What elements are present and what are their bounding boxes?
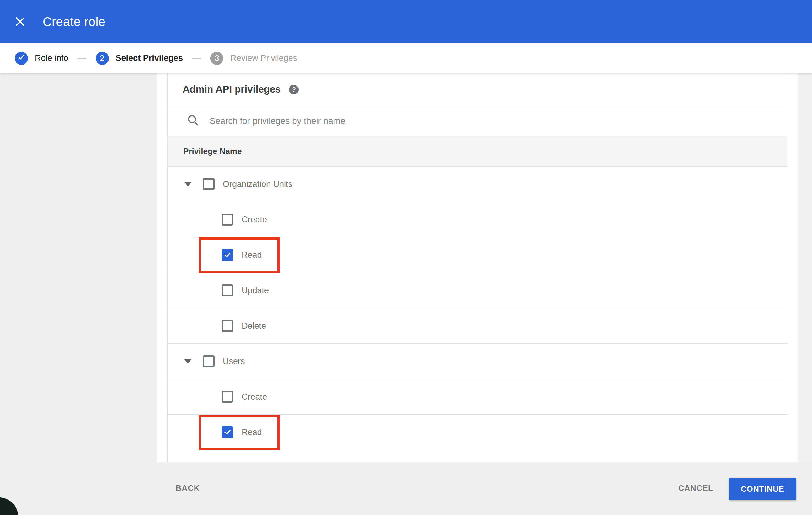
continue-button[interactable]: CONTINUE	[729, 478, 796, 500]
scrollbar-track[interactable]	[798, 73, 812, 462]
table-row-read: Read	[168, 414, 787, 450]
table-row-update: Update	[168, 273, 787, 308]
unchecked-checkbox[interactable]	[222, 391, 233, 403]
unchecked-checkbox[interactable]	[222, 284, 233, 296]
step-select-privileges[interactable]: 2 Select Privileges	[96, 52, 183, 65]
table-row-read: Read	[168, 237, 787, 273]
section-heading: Admin API privileges	[183, 84, 281, 95]
row-label: Read	[241, 427, 262, 437]
back-button[interactable]: BACK	[176, 484, 200, 493]
row-label: Organization Units	[223, 179, 292, 189]
page-title: Create role	[43, 15, 106, 29]
row-label: Create	[241, 215, 267, 224]
step-review-privileges[interactable]: 3 Review Privileges	[210, 52, 297, 65]
row-label: Update	[241, 286, 269, 296]
partial-next-row	[168, 450, 787, 462]
row-label: Read	[241, 250, 262, 260]
help-icon[interactable]: ?	[289, 85, 299, 94]
search-row	[168, 106, 787, 136]
search-input[interactable]	[210, 116, 787, 126]
stepper: Role info — 2 Select Privileges — 3 Revi…	[0, 43, 812, 73]
checked-checkbox[interactable]	[222, 249, 233, 261]
table-header-row: Privilege Name	[168, 136, 787, 166]
chevron-down-icon[interactable]	[184, 359, 192, 364]
app-bar: Create role	[0, 0, 812, 43]
row-label: Delete	[241, 321, 266, 331]
row-label: Create	[241, 392, 267, 402]
annotation-highlight-box	[199, 237, 280, 273]
unchecked-checkbox[interactable]	[203, 355, 214, 367]
unchecked-checkbox[interactable]	[222, 320, 233, 332]
checked-checkbox[interactable]	[222, 426, 233, 438]
step3-circle: 3	[210, 52, 223, 65]
table-row-create: Create	[168, 202, 787, 237]
annotation-highlight-box	[199, 415, 280, 450]
table-row-organization-units: Organization Units	[168, 166, 787, 202]
section-heading-row: Admin API privileges ?	[168, 73, 787, 106]
privileges-table: Admin API privileges ? Privilege Name Or…	[167, 73, 788, 462]
step1-label: Role info	[35, 53, 68, 63]
step3-label: Review Privileges	[230, 53, 297, 63]
column-header-privilege-name: Privilege Name	[183, 147, 241, 156]
chevron-down-icon[interactable]	[184, 182, 192, 186]
search-icon	[186, 114, 200, 129]
step-role-info[interactable]: Role info	[15, 52, 68, 65]
unchecked-checkbox[interactable]	[222, 214, 233, 225]
table-row-create: Create	[168, 379, 787, 414]
step2-circle: 2	[96, 52, 109, 65]
step2-label: Select Privileges	[116, 53, 183, 63]
step1-completed-circle	[15, 52, 28, 65]
check-icon	[18, 53, 25, 63]
unchecked-checkbox[interactable]	[203, 178, 214, 190]
cancel-button[interactable]: CANCEL	[678, 484, 713, 493]
table-row-users: Users	[168, 343, 787, 379]
table-row-delete: Delete	[168, 308, 787, 343]
corner-fab-icon[interactable]	[0, 497, 18, 515]
close-icon[interactable]	[14, 16, 26, 28]
row-label: Users	[223, 357, 245, 366]
step-separator: —	[78, 53, 86, 63]
content-panel: Admin API privileges ? Privilege Name Or…	[157, 73, 798, 462]
step-separator: —	[192, 53, 201, 63]
